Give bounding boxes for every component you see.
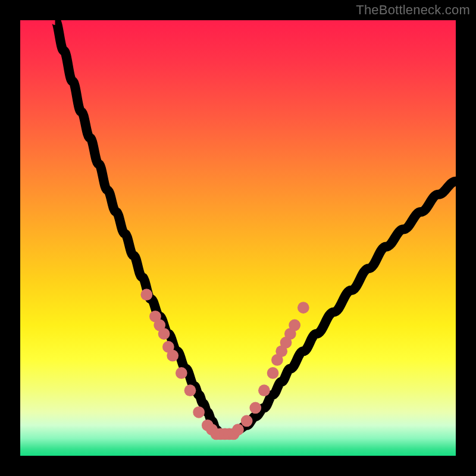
marker-dot bbox=[158, 328, 170, 340]
marker-dot bbox=[267, 367, 279, 379]
marker-dots bbox=[140, 289, 309, 440]
bottleneck-curve bbox=[55, 20, 456, 434]
marker-dot bbox=[241, 415, 253, 427]
marker-dot bbox=[289, 320, 300, 331]
marker-dot bbox=[249, 402, 261, 414]
chart-svg bbox=[20, 20, 456, 456]
marker-dot bbox=[176, 367, 187, 379]
marker-dot bbox=[167, 350, 178, 362]
marker-dot bbox=[258, 384, 270, 396]
marker-dot bbox=[298, 302, 309, 314]
outer-frame: TheBottleneck.com bbox=[0, 0, 476, 476]
watermark-text: TheBottleneck.com bbox=[356, 2, 470, 18]
marker-dot bbox=[193, 406, 205, 418]
plot-area bbox=[20, 20, 456, 456]
marker-dot bbox=[140, 289, 152, 300]
marker-dot bbox=[184, 384, 196, 396]
marker-dot bbox=[232, 424, 244, 436]
